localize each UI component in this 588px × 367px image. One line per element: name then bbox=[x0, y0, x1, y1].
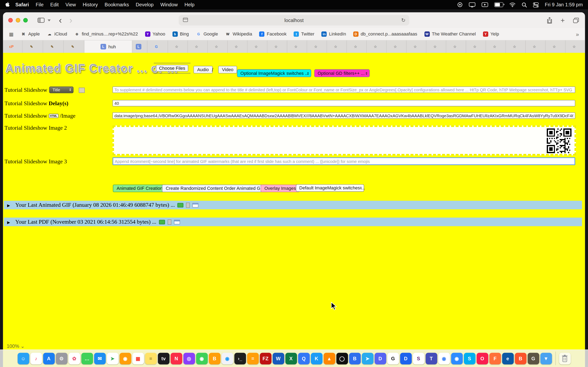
menu-item-History[interactable]: History bbox=[79, 2, 101, 8]
share-icon[interactable] bbox=[547, 17, 553, 24]
tab-editor-3[interactable]: ✎ bbox=[64, 40, 84, 53]
gif-thumbnail-icon[interactable] bbox=[177, 203, 183, 207]
tab-editor-2[interactable]: ✎ bbox=[43, 40, 64, 53]
audio-button[interactable]: Audio bbox=[194, 66, 213, 73]
clip-thumbnail-icon[interactable] bbox=[186, 202, 190, 208]
tab-empty-9[interactable]: ☆ bbox=[327, 40, 347, 53]
dock-icon-zoom[interactable]: ◉ bbox=[451, 352, 463, 364]
address-bar[interactable]: localhost ↻ bbox=[179, 15, 409, 25]
tab-empty-19[interactable]: ☆ bbox=[526, 40, 545, 53]
wifi-icon[interactable] bbox=[509, 2, 516, 7]
bookmark-db-connect[interactable]: D db_connect.p...aaasaaafaas bbox=[353, 31, 417, 37]
dock-icon-teams[interactable]: T bbox=[425, 352, 437, 364]
bookmark-linkedin[interactable]: in LinkedIn bbox=[321, 31, 346, 37]
dock-icon-firefox[interactable]: F bbox=[489, 352, 501, 364]
color-swatch[interactable] bbox=[79, 88, 85, 93]
choose-files-button[interactable]: Choose Files bbox=[156, 65, 188, 72]
bookmarks-overflow-chevron[interactable]: » bbox=[576, 31, 579, 37]
dock-icon-mail[interactable]: ✉ bbox=[94, 352, 105, 364]
gd-filters-select[interactable]: Optional GD filters++ ... bbox=[314, 69, 370, 77]
tab-empty-20[interactable]: ☆ bbox=[545, 40, 565, 53]
dock-icon-filezilla[interactable]: FZ bbox=[260, 352, 271, 364]
trash-icon[interactable] bbox=[559, 352, 571, 364]
dock-icon-docker[interactable]: D bbox=[400, 352, 412, 364]
image3-watermark-input[interactable] bbox=[112, 157, 575, 165]
display-icon[interactable] bbox=[469, 2, 476, 7]
delay-input[interactable] bbox=[112, 100, 575, 106]
dock-icon-discord[interactable]: D bbox=[374, 352, 386, 364]
title-select[interactable]: Title bbox=[49, 86, 73, 93]
sidebar-toggle-icon[interactable] bbox=[38, 17, 45, 23]
dock-icon-calculator[interactable]: = bbox=[247, 352, 259, 364]
dock-icon-telegram[interactable]: ➤ bbox=[362, 352, 373, 364]
dock-icon-bear[interactable]: B bbox=[349, 352, 361, 364]
table-thumbnail-icon[interactable] bbox=[192, 203, 199, 207]
menu-item-Safari[interactable]: Safari bbox=[12, 2, 32, 8]
tab-overview-icon[interactable] bbox=[573, 17, 579, 23]
dock-icon-opera[interactable]: O bbox=[476, 352, 488, 364]
tab-huh[interactable]: L huh bbox=[84, 40, 132, 53]
tab-empty-10[interactable]: ☆ bbox=[347, 40, 367, 53]
video-button[interactable]: Video bbox=[218, 66, 237, 73]
bookmark-wikipedia[interactable]: W Wikipedia bbox=[225, 31, 252, 37]
clip-thumbnail-icon[interactable] bbox=[167, 219, 171, 225]
dock-icon-news[interactable]: N bbox=[171, 352, 182, 364]
tab-empty-14[interactable]: ☆ bbox=[426, 40, 446, 53]
control-center-icon[interactable] bbox=[533, 2, 539, 7]
dock-icon-system-settings[interactable]: ⚙ bbox=[56, 352, 67, 364]
dock-icon-brave[interactable]: B bbox=[515, 352, 526, 364]
dock-icon-podcasts[interactable]: ◎ bbox=[183, 352, 195, 364]
menu-extra-icon[interactable] bbox=[457, 2, 463, 8]
disclosure-triangle-icon[interactable] bbox=[7, 202, 13, 208]
dock-icon-messages[interactable]: … bbox=[81, 352, 93, 364]
favorites-grid-icon[interactable]: ▦ bbox=[9, 31, 14, 37]
tab-empty-1[interactable]: ☆ bbox=[168, 40, 188, 53]
dock-icon-downloads[interactable]: ▼ bbox=[540, 352, 552, 364]
tab-editor-1[interactable]: ✎ bbox=[22, 40, 43, 53]
dock-icon-keynote[interactable]: K bbox=[311, 352, 322, 364]
overlay-images-button[interactable]: Overlay Images bbox=[261, 185, 300, 192]
dock-icon-skype[interactable]: S bbox=[464, 352, 475, 364]
title-config-input[interactable] bbox=[112, 86, 575, 93]
page-settings-icon[interactable] bbox=[183, 17, 188, 23]
dock-icon-maps[interactable]: ➤ bbox=[107, 352, 118, 364]
menu-item-Edit[interactable]: Edit bbox=[47, 2, 62, 8]
dock-icon-excel[interactable]: X bbox=[285, 352, 297, 364]
pdf-thumbnail-icon[interactable] bbox=[159, 220, 165, 224]
menu-item-View[interactable]: View bbox=[62, 2, 79, 8]
dock-icon-finder[interactable]: ☺ bbox=[17, 352, 29, 364]
dock-icon-slack[interactable]: S bbox=[413, 352, 424, 364]
back-button[interactable]: ‹ bbox=[59, 16, 62, 25]
tab-empty-4[interactable]: ☆ bbox=[228, 40, 247, 53]
tab-empty-15[interactable]: ☆ bbox=[446, 40, 466, 53]
menu-item-Develop[interactable]: Develop bbox=[132, 2, 157, 8]
dock-icon-facetime[interactable]: ◉ bbox=[196, 352, 208, 364]
tab-empty-12[interactable]: ☆ bbox=[387, 40, 406, 53]
dock-icon-word[interactable]: W bbox=[272, 352, 284, 364]
bookmark-find-minus[interactable]: ⊕ find_minus....rep+%22s%22 bbox=[74, 31, 138, 37]
default-imagemagick-select[interactable]: Default ImageMagick switches ... bbox=[296, 184, 364, 192]
dock-icon-notes[interactable]: ≡ bbox=[145, 352, 156, 364]
dock-icon-photos[interactable]: ✿ bbox=[68, 352, 80, 364]
dock-icon-safari[interactable]: ◉ bbox=[222, 352, 233, 364]
zoom-indicator[interactable]: 100% ⌄ bbox=[7, 343, 25, 349]
dock-icon-app-store[interactable]: A bbox=[43, 352, 54, 364]
dock-icon-gimp[interactable]: G bbox=[527, 352, 539, 364]
tab-empty-5[interactable]: ☆ bbox=[247, 40, 267, 53]
tab-empty-13[interactable]: ☆ bbox=[406, 40, 426, 53]
apple-menu-icon[interactable] bbox=[5, 2, 11, 8]
menu-bar-clock[interactable]: Fri 9 Jan 1:59 pm bbox=[545, 2, 583, 8]
dock-icon-terminal[interactable]: ›_ bbox=[234, 352, 246, 364]
bookmark-bing[interactable]: b Bing bbox=[172, 31, 189, 37]
close-window-button[interactable] bbox=[8, 18, 13, 22]
bookmark-yahoo[interactable]: Y Yahoo bbox=[145, 31, 165, 37]
dock-icon-tv[interactable]: tv bbox=[158, 352, 169, 364]
menu-item-Window[interactable]: Window bbox=[157, 2, 181, 8]
bookmark-icloud[interactable]: ☁ iCloud bbox=[47, 31, 67, 37]
new-tab-button[interactable]: + bbox=[561, 17, 565, 24]
dock-icon-calendar[interactable]: ▦ bbox=[132, 352, 144, 364]
randomized-gif-button[interactable]: Create Randomized Content Order Animated… bbox=[162, 185, 268, 192]
tab-empty-16[interactable]: ☆ bbox=[466, 40, 486, 53]
menu-item-Bookmarks[interactable]: Bookmarks bbox=[101, 2, 132, 8]
sidebar-chevron-icon[interactable] bbox=[48, 19, 51, 21]
